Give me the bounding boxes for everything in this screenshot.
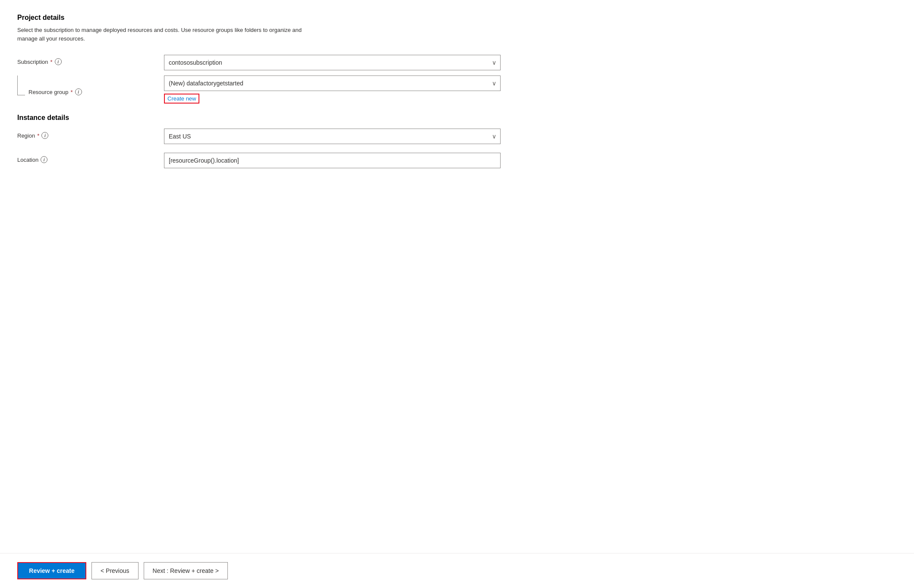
next-button[interactable]: Next : Review + create > bbox=[144, 562, 228, 579]
instance-details-title: Instance details bbox=[17, 114, 897, 122]
review-create-button[interactable]: Review + create bbox=[17, 562, 86, 579]
resource-group-select[interactable]: (New) datafactorygetstarted bbox=[164, 75, 501, 91]
subscription-select[interactable]: contososubscription bbox=[164, 55, 501, 70]
resource-group-control: (New) datafactorygetstarted Create new bbox=[164, 75, 501, 104]
subscription-control: contososubscription bbox=[164, 55, 501, 70]
region-form-row: Region * i East US bbox=[17, 129, 897, 144]
instance-details-section: Instance details Region * i East US Loca… bbox=[17, 114, 897, 168]
footer-bar: Review + create < Previous Next : Review… bbox=[0, 553, 914, 588]
previous-button[interactable]: < Previous bbox=[91, 562, 139, 579]
region-select[interactable]: East US bbox=[164, 129, 501, 144]
resource-group-required: * bbox=[71, 89, 73, 95]
create-new-link[interactable]: Create new bbox=[164, 94, 199, 104]
subscription-label: Subscription bbox=[17, 59, 48, 65]
project-details-description: Select the subscription to manage deploy… bbox=[17, 26, 319, 43]
region-required: * bbox=[37, 132, 39, 139]
resource-group-label: Resource group bbox=[28, 89, 69, 95]
region-control: East US bbox=[164, 129, 501, 144]
region-label-container: Region * i bbox=[17, 129, 164, 139]
subscription-select-wrapper: contososubscription bbox=[164, 55, 501, 70]
location-form-row: Location i bbox=[17, 153, 897, 168]
resource-group-select-wrapper: (New) datafactorygetstarted bbox=[164, 75, 501, 91]
resource-group-info-icon[interactable]: i bbox=[75, 88, 82, 95]
project-details-section: Project details Select the subscription … bbox=[17, 14, 897, 104]
region-info-icon[interactable]: i bbox=[41, 132, 48, 139]
location-label: Location bbox=[17, 157, 38, 163]
subscription-required: * bbox=[50, 59, 53, 65]
region-label: Region bbox=[17, 132, 35, 139]
subscription-form-row: Subscription * i contososubscription bbox=[17, 55, 897, 70]
location-info-icon[interactable]: i bbox=[41, 156, 47, 163]
location-control bbox=[164, 153, 501, 168]
subscription-info-icon[interactable]: i bbox=[55, 58, 62, 65]
location-label-container: Location i bbox=[17, 153, 164, 163]
location-input[interactable] bbox=[164, 153, 501, 168]
subscription-label-container: Subscription * i bbox=[17, 55, 164, 65]
resource-group-form-row: Resource group * i (New) datafactorygets… bbox=[17, 75, 897, 104]
resource-group-connector: Resource group * i bbox=[17, 75, 164, 95]
project-details-title: Project details bbox=[17, 14, 897, 22]
region-select-wrapper: East US bbox=[164, 129, 501, 144]
